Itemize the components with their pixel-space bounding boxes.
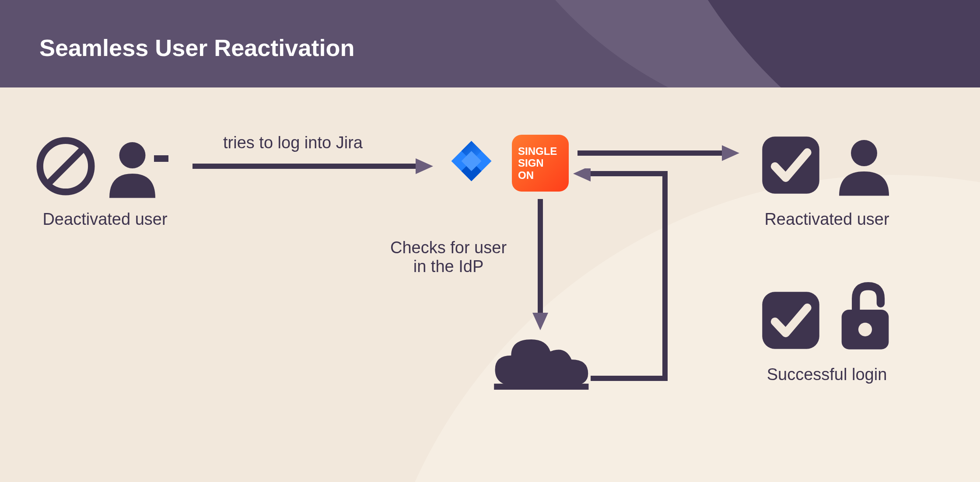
prohibit-icon xyxy=(35,136,96,197)
sso-line3: ON xyxy=(518,169,563,182)
arrow-to-reactivated xyxy=(578,144,739,162)
svg-point-13 xyxy=(851,140,877,166)
sso-line2: SIGN xyxy=(518,157,563,169)
page-title: Seamless User Reactivation xyxy=(39,34,354,61)
svg-point-2 xyxy=(119,142,146,168)
svg-rect-14 xyxy=(762,292,819,349)
tries-login-label: tries to log into Jira xyxy=(223,133,363,152)
header: Seamless User Reactivation xyxy=(0,0,980,87)
checks-idp-label: Checks for user in the IdP xyxy=(381,238,516,276)
svg-marker-7 xyxy=(722,145,739,161)
successful-login-label: Successful login xyxy=(752,365,901,384)
svg-marker-5 xyxy=(416,158,433,174)
reactivated-user-label: Reactivated user xyxy=(752,210,901,229)
checks-idp-line1: Checks for user xyxy=(381,238,516,257)
deactivated-user-label: Deactivated user xyxy=(31,210,179,229)
svg-rect-12 xyxy=(762,136,819,194)
svg-marker-11 xyxy=(573,168,591,182)
checkmark-box-icon xyxy=(759,133,822,197)
unlock-icon xyxy=(833,280,897,354)
arrow-tries-login xyxy=(192,157,433,175)
jira-icon xyxy=(446,138,497,188)
sso-line1: SINGLE xyxy=(518,145,563,157)
svg-rect-3 xyxy=(154,155,168,162)
svg-line-1 xyxy=(49,149,83,183)
arrow-return-from-idp xyxy=(569,168,674,387)
svg-marker-9 xyxy=(532,313,548,330)
diagram-canvas: Deactivated user tries to log into Jira … xyxy=(0,87,980,482)
checks-idp-line2: in the IdP xyxy=(381,257,516,276)
arrow-checks-idp xyxy=(532,199,549,330)
svg-point-16 xyxy=(858,323,872,336)
sso-tile: SINGLE SIGN ON xyxy=(512,135,569,192)
user-icon xyxy=(101,136,171,201)
checkmark-box-icon-2 xyxy=(759,289,822,352)
user-reactivated-icon xyxy=(831,133,897,199)
